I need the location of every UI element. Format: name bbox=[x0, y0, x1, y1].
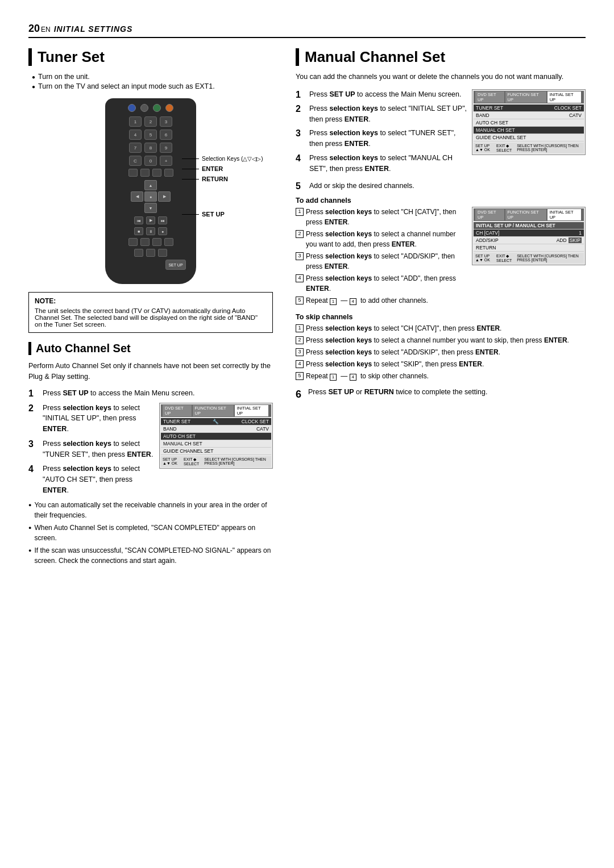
right-step-content-3: Press selection keys to select "TUNER SE… bbox=[309, 128, 467, 149]
en-label: EN bbox=[41, 26, 51, 34]
tab-function-setup: FUNCTION SET UP bbox=[193, 405, 234, 416]
auto-bullet-1: You can automatically set the receivable… bbox=[28, 500, 273, 520]
label-setup: SET UP bbox=[182, 211, 273, 218]
page-header: 20 EN INITIAL SETTINGS bbox=[28, 23, 586, 38]
add-step-2: 2 Press selection keys to select a chann… bbox=[296, 229, 466, 249]
right-clock-label: CLOCK SET bbox=[550, 105, 582, 111]
step-content-4: Press selection keys to select "AUTO CH … bbox=[43, 464, 154, 495]
right-manual-ch: MANUAL CH SET bbox=[476, 127, 515, 133]
to-add-channels-header: To add channels bbox=[296, 197, 586, 205]
add-step-content-3: Press selection keys to select "ADD/SKIP… bbox=[306, 251, 466, 272]
right-step-6: 6 Press SET UP or RETURN twice to comple… bbox=[296, 387, 586, 402]
remote-indicator-orange bbox=[165, 104, 173, 112]
remote-indicator-green bbox=[153, 104, 161, 112]
mch-add-skip-label: ADD/SKIP bbox=[476, 237, 499, 243]
remote-dpad: ▲ ◀ ● ▶ ▼ bbox=[131, 180, 171, 213]
add-step-3: 3 Press selection keys to select "ADD/SK… bbox=[296, 251, 466, 272]
manual-channel-title: Manual Channel Set bbox=[296, 48, 586, 66]
auto-channel-desc: Perform Auto Channel Set only if channel… bbox=[28, 361, 273, 382]
remote-row-3: 7 8 9 bbox=[111, 143, 190, 153]
auto-step-2-wrapper: 2 Press selection keys to select "INITIA… bbox=[28, 403, 273, 500]
right-band-value: CATV bbox=[569, 112, 582, 118]
btn-stop: ■ bbox=[134, 227, 143, 235]
menu-tuner-icon: 🔧 bbox=[213, 419, 219, 424]
setup-label: SET UP bbox=[202, 211, 225, 218]
btn-rec: ● bbox=[158, 227, 167, 235]
dpad-center: ● bbox=[144, 191, 157, 202]
remote-labels: Selection Keys (△▽◁▷) ENTER RETURN SET U… bbox=[182, 155, 273, 221]
right-menu-tabs: DVD SET UP FUNCTION SET UP INITIAL SET U… bbox=[474, 91, 584, 103]
skip-step-5: 5 Repeat 1 — 4 to skip other channels. bbox=[296, 371, 586, 381]
mch-row-ch: CH [CATV] 1 bbox=[474, 229, 584, 237]
right-menu-band: BAND CATV bbox=[474, 112, 584, 119]
right-menu-screen-wrapper: DVD SET UP FUNCTION SET UP INITIAL SET U… bbox=[472, 89, 586, 178]
auto-channel-section: Auto Channel Set Perform Auto Channel Se… bbox=[28, 342, 273, 566]
footer-setup: SET UP ▲▼ OK bbox=[163, 457, 184, 466]
remote-row-2: 4 5 6 bbox=[111, 130, 190, 140]
auto-channel-title: Auto Channel Set bbox=[28, 342, 273, 355]
right-step-num-4: 4 bbox=[296, 153, 307, 164]
dpad-right: ▶ bbox=[158, 191, 171, 202]
mch-row-add-skip: ADD/SKIP ADD SKIP bbox=[474, 237, 584, 244]
skip-step-num-4: 4 bbox=[296, 360, 304, 368]
mch-tab-function: FUNCTION SET UP bbox=[505, 209, 546, 220]
to-skip-channels-section: To skip channels 1 Press selection keys … bbox=[296, 313, 586, 381]
skip-step-content-5: Repeat 1 — 4 to skip other channels. bbox=[306, 371, 429, 381]
label-dash-3 bbox=[182, 179, 199, 180]
right-step-content-4: Press selection keys to select "MANUAL C… bbox=[309, 153, 467, 174]
remote-setup-row: SET UP bbox=[111, 260, 190, 270]
auto-bullet-1-text: You can automatically set the receivable… bbox=[34, 500, 273, 520]
btn-play: ▶ bbox=[146, 216, 155, 224]
menu-footer: SET UP ▲▼ OK EXIT ◆ SELECT SELECT WITH [… bbox=[161, 456, 271, 467]
mch-footer-1: SET UP ▲▼ OK bbox=[475, 254, 496, 262]
add-step-content-4: Press selection keys to select "ADD", th… bbox=[306, 273, 466, 294]
two-col-layout: Tuner Set Turn on the unit. Turn on the … bbox=[28, 48, 586, 568]
note-title: NOTE: bbox=[35, 297, 267, 305]
manual-channel-desc: You can add the channels you want or del… bbox=[296, 72, 586, 82]
right-step-num-2: 2 bbox=[296, 103, 307, 114]
btn-0: 0 bbox=[144, 156, 157, 166]
btn-pause: ⏸ bbox=[146, 227, 155, 235]
to-add-steps: 1 Press selection keys to select "CH [CA… bbox=[296, 207, 466, 307]
right-step-num-3: 3 bbox=[296, 128, 307, 139]
remote-bottom-row-2 bbox=[111, 249, 190, 257]
tuner-set-title: Tuner Set bbox=[28, 48, 273, 66]
btn-c1 bbox=[134, 249, 143, 257]
step-content-2: Press selection keys to select "INITIAL … bbox=[43, 403, 154, 435]
right-menu-footer: SET UP ▲▼ OK EXIT ◆ SELECT SELECT WITH [… bbox=[474, 143, 584, 153]
note-text: The unit selects the correct band (TV or… bbox=[35, 307, 267, 328]
right-step-5: 5 Add or skip the desired channels. bbox=[296, 181, 586, 191]
right-menu-auto-ch: AUTO CH SET bbox=[474, 119, 584, 127]
to-skip-channels-header: To skip channels bbox=[296, 313, 586, 321]
footer-select: EXIT ◆ SELECT bbox=[184, 457, 204, 466]
skip-step-1: 1 Press selection keys to select "CH [CA… bbox=[296, 323, 586, 333]
right-tab-initial: INITIAL SET UP bbox=[547, 91, 581, 103]
skip-step-content-3: Press selection keys to select "ADD/SKIP… bbox=[306, 347, 500, 357]
remote-bottom-row-1 bbox=[111, 238, 190, 246]
right-steps-1-4: 1 Press SET UP to access the Main Menu s… bbox=[296, 89, 586, 178]
right-step-3: 3 Press selection keys to select "TUNER … bbox=[296, 128, 467, 149]
mch-add-val: ADD bbox=[557, 237, 567, 243]
step-num-1: 1 bbox=[28, 388, 40, 399]
left-column: Tuner Set Turn on the unit. Turn on the … bbox=[28, 48, 273, 568]
auto-step-1: 1 Press SET UP to access the Main Menu s… bbox=[28, 388, 273, 399]
enter-label: ENTER bbox=[202, 165, 223, 172]
mch-ch-label: CH [CATV] bbox=[476, 230, 499, 236]
step-num-3: 3 bbox=[28, 439, 40, 449]
mch-add-skip-values: ADD SKIP bbox=[557, 237, 582, 243]
btn-7: 7 bbox=[129, 143, 142, 153]
label-dash-2 bbox=[182, 169, 199, 169]
remote-row-1: 1 2 3 bbox=[111, 116, 190, 127]
step-content-3: Press selection keys to select "TUNER SE… bbox=[43, 439, 154, 460]
selection-keys-text: Selection Keys (△▽◁▷) bbox=[202, 156, 263, 162]
section-header-title: INITIAL SETTINGS bbox=[54, 24, 133, 34]
step-num-4: 4 bbox=[28, 464, 40, 474]
right-steps-text: 1 Press SET UP to access the Main Menu s… bbox=[296, 89, 467, 178]
btn-6: 6 bbox=[160, 130, 172, 140]
mch-skip-val: SKIP bbox=[569, 237, 582, 243]
add-step-4: 4 Press selection keys to select "ADD", … bbox=[296, 273, 466, 294]
right-auto-ch: AUTO CH SET bbox=[476, 120, 508, 126]
right-menu-guide-ch: GUIDE CHANNEL SET bbox=[474, 134, 584, 141]
auto-bullet-3-text: If the scan was unsuccessful, "SCAN COMP… bbox=[34, 545, 273, 566]
skip-step-num-3: 3 bbox=[296, 348, 304, 356]
